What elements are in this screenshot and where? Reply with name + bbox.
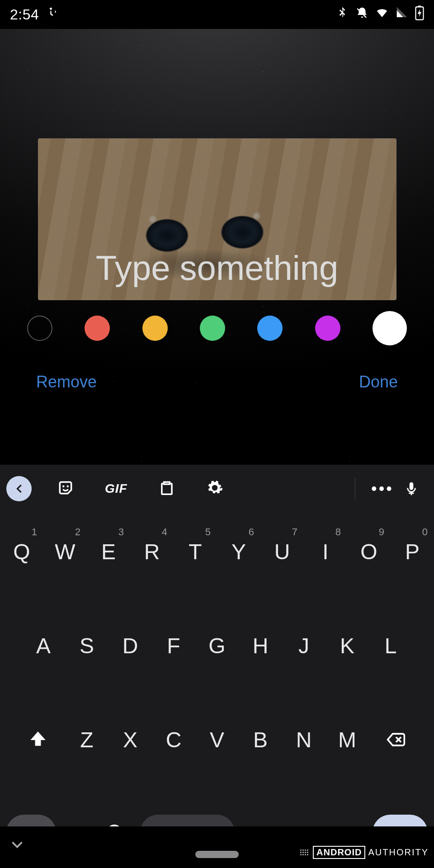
- voice-input-button[interactable]: [397, 481, 426, 496]
- clipboard-icon[interactable]: [158, 479, 175, 498]
- key-t[interactable]: 5T: [174, 523, 217, 580]
- dnd-off-icon: [355, 6, 369, 23]
- key-j[interactable]: J: [282, 617, 326, 675]
- color-swatch-blue[interactable]: [257, 316, 283, 341]
- backspace-key[interactable]: [369, 730, 423, 750]
- key-f[interactable]: F: [152, 617, 195, 675]
- color-swatch-magenta[interactable]: [315, 316, 340, 341]
- key-h[interactable]: H: [239, 617, 282, 675]
- keyboard-collapse-button[interactable]: [6, 476, 32, 501]
- more-options-button[interactable]: •••: [368, 479, 397, 498]
- key-i[interactable]: 8I: [304, 523, 347, 580]
- key-n[interactable]: N: [282, 711, 326, 769]
- key-u[interactable]: 7U: [260, 523, 304, 580]
- color-swatch-red[interactable]: [85, 316, 110, 341]
- key-v[interactable]: V: [195, 711, 239, 769]
- cellular-icon: [395, 6, 409, 23]
- key-a[interactable]: A: [22, 617, 65, 675]
- sticker-icon[interactable]: [57, 479, 74, 498]
- svg-point-2: [62, 486, 64, 487]
- text-overlay-editor: Type something Remove Done: [0, 29, 434, 465]
- key-k[interactable]: K: [326, 617, 369, 675]
- key-c[interactable]: C: [152, 711, 195, 769]
- hide-keyboard-button[interactable]: [9, 837, 25, 855]
- key-p[interactable]: 0P: [391, 523, 434, 580]
- key-x[interactable]: X: [108, 711, 152, 769]
- color-swatch-yellow[interactable]: [142, 316, 168, 341]
- key-q[interactable]: 1Q: [0, 523, 43, 580]
- watermark-suffix: AUTHORITY: [368, 847, 429, 858]
- key-w[interactable]: 2W: [43, 523, 87, 580]
- gesture-pill[interactable]: [195, 851, 239, 858]
- image-preview[interactable]: Type something: [38, 138, 396, 300]
- key-d[interactable]: D: [108, 617, 152, 675]
- touch-indicator-icon: [45, 6, 59, 23]
- status-time: 2:54: [10, 6, 39, 23]
- key-b[interactable]: B: [239, 711, 282, 769]
- svg-point-3: [67, 486, 69, 487]
- bluetooth-icon: [335, 6, 349, 23]
- on-screen-keyboard: GIF ••• 1Q2W3E4R5T6Y7U8I9O0P ASDFGHJKL Z…: [0, 465, 434, 868]
- key-o[interactable]: 9O: [347, 523, 391, 580]
- svg-rect-1: [418, 5, 421, 7]
- key-y[interactable]: 6Y: [217, 523, 260, 580]
- key-m[interactable]: M: [326, 711, 369, 769]
- navigation-bar: ANDROID AUTHORITY: [0, 826, 434, 868]
- key-e[interactable]: 3E: [87, 523, 130, 580]
- settings-icon[interactable]: [206, 479, 223, 498]
- key-l[interactable]: L: [369, 617, 412, 675]
- color-swatch-white[interactable]: [373, 311, 407, 345]
- text-input-placeholder[interactable]: Type something: [38, 248, 396, 288]
- remove-button[interactable]: Remove: [36, 373, 97, 392]
- shift-key[interactable]: [11, 730, 65, 750]
- watermark-brand: ANDROID: [313, 846, 365, 859]
- key-s[interactable]: S: [65, 617, 108, 675]
- status-bar: 2:54: [0, 0, 434, 29]
- color-swatch-black[interactable]: [27, 316, 52, 341]
- keyboard-toolbar: GIF •••: [0, 465, 434, 513]
- color-swatch-green[interactable]: [200, 316, 225, 341]
- wifi-icon: [375, 6, 389, 23]
- battery-charging-icon: [415, 5, 424, 24]
- key-r[interactable]: 4R: [130, 523, 174, 580]
- gif-button[interactable]: GIF: [105, 481, 127, 496]
- color-palette: [0, 300, 434, 345]
- done-button[interactable]: Done: [359, 373, 398, 392]
- key-z[interactable]: Z: [65, 711, 108, 769]
- watermark: ANDROID AUTHORITY: [300, 846, 429, 859]
- key-g[interactable]: G: [195, 617, 239, 675]
